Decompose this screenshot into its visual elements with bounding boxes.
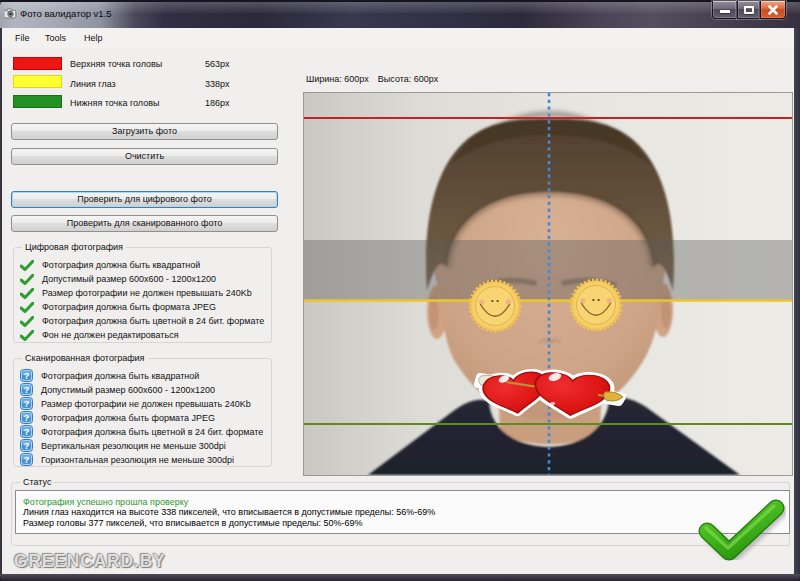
svg-text:?: ? xyxy=(24,455,30,465)
svg-text:?: ? xyxy=(24,399,30,409)
svg-text:?: ? xyxy=(24,413,30,423)
svg-text:?: ? xyxy=(24,427,30,437)
svg-text:?: ? xyxy=(24,441,30,451)
svg-text:?: ? xyxy=(24,371,30,381)
svg-text:?: ? xyxy=(24,385,30,395)
